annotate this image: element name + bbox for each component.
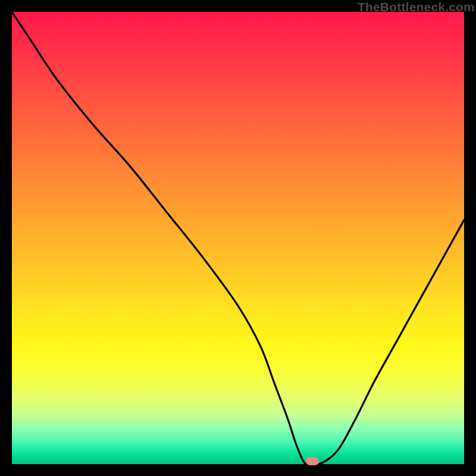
optimal-point-marker	[306, 457, 319, 465]
plot-area	[12, 12, 464, 464]
watermark-text: TheBottleneck.com	[358, 0, 475, 14]
chart-container: TheBottleneck.com	[0, 0, 476, 476]
bottleneck-curve	[12, 12, 464, 464]
